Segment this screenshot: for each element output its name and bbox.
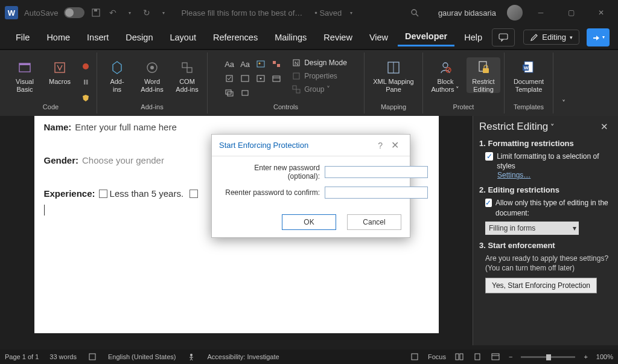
zoom-plus-button[interactable]: + [584, 353, 587, 360]
svg-rect-31 [296, 89, 300, 93]
tab-insert[interactable]: Insert [80, 29, 116, 46]
svg-rect-38 [483, 68, 489, 73]
saved-drop-icon[interactable]: ▾ [350, 10, 352, 16]
status-zoom[interactable]: 100% [596, 353, 613, 360]
status-bar: Page 1 of 1 33 words English (United Sta… [0, 350, 618, 364]
tab-mailings[interactable]: Mailings [267, 29, 314, 46]
editing-type-select[interactable]: Filling in forms ▾ [485, 222, 579, 235]
autosave-toggle[interactable] [64, 7, 84, 18]
autosave-label: AutoSave [24, 8, 58, 18]
tab-view[interactable]: View [362, 29, 395, 46]
dialog-close-button[interactable]: ✕ [387, 139, 403, 151]
com-addins-button[interactable]: COM Add-ins [171, 57, 203, 93]
checkbox-icon[interactable] [190, 190, 198, 198]
undo-icon[interactable]: ↶ [107, 7, 118, 18]
status-a11y-icon[interactable] [186, 352, 196, 362]
web-layout-icon[interactable] [491, 352, 500, 362]
field-experience-opt2[interactable] [190, 188, 200, 199]
redo-drop-icon[interactable]: ▾ [158, 7, 169, 18]
record-macro-icon[interactable] [78, 60, 93, 73]
field-gender-value[interactable]: Choose your gender [82, 155, 164, 165]
editing-type-value: Filling in forms [489, 224, 535, 232]
tab-help[interactable]: Help [457, 29, 489, 46]
print-layout-icon[interactable] [473, 352, 482, 362]
zoom-minus-button[interactable]: − [509, 353, 512, 360]
tab-file[interactable]: File [8, 29, 37, 46]
zoom-slider[interactable] [521, 356, 575, 358]
dialog-help-button[interactable]: ? [373, 141, 387, 150]
field-name-value[interactable]: Enter your full name here [75, 122, 176, 132]
tab-developer[interactable]: Developer [398, 28, 454, 46]
ctrl-repeat-icon[interactable] [222, 86, 237, 100]
section-1-title: 1. Formatting restrictions [479, 139, 612, 148]
ctrl-dropdown-icon[interactable] [253, 72, 268, 85]
checkbox-formatting-label: Limit formatting to a selection of style… [497, 152, 612, 171]
window-maximize-button[interactable]: ▢ [559, 4, 583, 22]
status-page[interactable]: Page 1 of 1 [5, 353, 39, 360]
start-enforcing-dialog: Start Enforcing Protection ? ✕ Enter new… [211, 134, 410, 238]
macros-button[interactable]: Macros [43, 57, 76, 86]
share-button[interactable]: ▾ [587, 28, 610, 46]
group-mapping: XML Mapping Pane Mapping [365, 53, 423, 113]
xml-mapping-button[interactable]: XML Mapping Pane [368, 57, 419, 93]
start-enforcing-button[interactable]: Yes, Start Enforcing Protection [485, 278, 597, 293]
window-minimize-button[interactable]: ─ [529, 4, 553, 22]
redo-icon[interactable]: ↻ [141, 7, 152, 18]
ctrl-combo-icon[interactable] [238, 72, 252, 85]
comments-button[interactable] [492, 28, 515, 46]
search-icon[interactable] [409, 7, 420, 18]
focus-mode-icon[interactable] [410, 352, 419, 362]
visual-basic-button[interactable]: Visual Basic [8, 57, 41, 93]
tab-design[interactable]: Design [118, 29, 160, 46]
checkbox-editing[interactable]: ✓ [485, 199, 492, 207]
undo-drop-icon[interactable]: ▾ [124, 7, 135, 18]
tab-layout[interactable]: Layout [162, 29, 203, 46]
document-template-button[interactable]: W Document Template [508, 57, 549, 93]
checkbox-formatting[interactable]: ✓ [485, 152, 493, 161]
block-authors-button[interactable]: Block Authors ˅ [427, 57, 464, 93]
read-mode-icon[interactable] [454, 352, 464, 362]
status-words[interactable]: 33 words [49, 353, 77, 360]
ctrl-richtext-icon[interactable]: Aa [222, 57, 237, 71]
save-icon[interactable] [91, 7, 101, 18]
ctrl-plaintext-icon[interactable]: Aa [238, 57, 252, 71]
tab-review[interactable]: Review [316, 29, 360, 46]
ctrl-checkbox-icon[interactable] [222, 72, 237, 85]
word-addins-button[interactable]: Word Add-ins [136, 57, 168, 93]
ctrl-legacy-icon[interactable] [238, 86, 252, 100]
svg-rect-18 [277, 64, 280, 67]
pause-macro-icon[interactable] [78, 75, 93, 89]
svg-rect-26 [242, 91, 248, 95]
ctrl-date-icon[interactable] [269, 72, 284, 85]
settings-link[interactable]: Settings… [497, 171, 612, 179]
status-lang[interactable]: English (United States) [108, 353, 176, 360]
restrict-editing-icon [476, 60, 491, 75]
tab-references[interactable]: References [206, 29, 265, 46]
avatar[interactable] [507, 5, 523, 21]
ok-button[interactable]: OK [282, 214, 336, 230]
restrict-editing-button[interactable]: Restrict Editing [467, 57, 500, 93]
addins-button[interactable]: Add- ins [101, 57, 133, 93]
field-experience-opt1[interactable]: Less than 5 years. [99, 188, 184, 199]
section-3-help: Are you ready to apply these settings? (… [485, 254, 612, 273]
reenter-password-input[interactable] [325, 187, 428, 199]
checkbox-icon[interactable] [99, 190, 107, 198]
enter-password-input[interactable] [325, 166, 428, 178]
ctrl-picture-icon[interactable] [253, 57, 268, 71]
status-accessibility[interactable]: Accessibility: Investigate [207, 353, 279, 360]
ctrl-buildingblock-icon[interactable] [269, 57, 284, 71]
status-proofing-icon[interactable] [88, 352, 97, 362]
svg-rect-48 [492, 354, 499, 360]
pane-chevron-icon[interactable]: ˅ [550, 123, 555, 132]
editing-mode-button[interactable]: Editing ▾ [523, 30, 579, 45]
tab-home[interactable]: Home [39, 29, 77, 46]
design-mode-button[interactable]: N Design Mode [290, 57, 349, 68]
properties-icon [292, 72, 301, 80]
window-close-button[interactable]: ✕ [589, 4, 613, 22]
cancel-button[interactable]: Cancel [347, 214, 401, 230]
group-button: Group ˅ [290, 84, 349, 95]
pane-close-button[interactable]: ✕ [597, 121, 612, 132]
status-focus[interactable]: Focus [428, 353, 446, 360]
macro-security-icon[interactable] [78, 91, 93, 104]
ribbon-collapse-button[interactable]: ˅ [553, 53, 574, 113]
